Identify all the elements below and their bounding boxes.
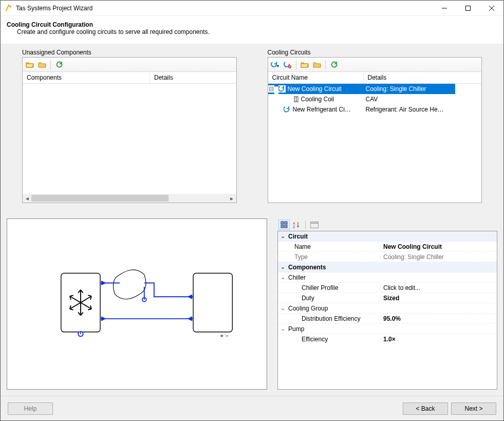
svg-text:▾: ▾ [277, 64, 279, 68]
circuit-diagram[interactable]: + − [7, 218, 267, 390]
svg-rect-38 [311, 222, 319, 223]
next-button[interactable]: Next > [451, 402, 496, 415]
column-circuit-name[interactable]: Circuit Name [268, 72, 364, 83]
back-button[interactable]: < Back [403, 402, 448, 415]
tree-item-label: New Cooling Circuit [286, 85, 344, 93]
folder-open-button[interactable] [300, 60, 310, 70]
tree-item-detail: Refrigerant: Air Source He… [364, 104, 482, 115]
wizard-footer: Help < Back Next > [1, 396, 503, 420]
prop-row-type[interactable]: TypeCooling: Single Chiller [278, 252, 497, 262]
prop-row-pump[interactable]: ⌄Pump [278, 324, 497, 334]
page-subtitle: Create and configure cooling circuits to… [7, 28, 497, 35]
circuits-columns: Circuit Name Details [268, 72, 482, 84]
toolbar-separator [305, 221, 306, 229]
expand-icon[interactable]: ⌄ [278, 274, 287, 281]
page-header: Cooling Circuit Configuration Create and… [1, 16, 503, 44]
refresh-button[interactable] [54, 60, 64, 70]
window-title: Tas Systems Project Wizard [16, 5, 433, 12]
column-components[interactable]: Components [23, 72, 150, 83]
diagram-svg: + − [7, 219, 267, 389]
folder-open-button[interactable] [25, 60, 35, 70]
circuits-label: Cooling Circuits [268, 49, 482, 56]
toolbar-separator [296, 60, 296, 69]
property-grid[interactable]: ⌄Circuit NameNew Cooling Circuit TypeCoo… [277, 231, 497, 390]
help-button[interactable]: Help [8, 402, 53, 415]
tree-row-cooling-coil[interactable]: Cooling Coil CAV [268, 94, 482, 104]
add-circuit-button[interactable]: ▾ [270, 60, 281, 70]
column-details[interactable]: Details [150, 72, 236, 83]
circuits-toolbar: ▾ [268, 58, 482, 72]
app-icon [5, 4, 13, 12]
svg-rect-33 [281, 225, 284, 228]
remove-circuit-button[interactable] [283, 60, 293, 70]
svg-marker-17 [101, 281, 106, 286]
svg-text:A: A [293, 222, 295, 225]
prop-row-duty[interactable]: DutySized [278, 293, 497, 303]
property-pages-button[interactable] [309, 219, 320, 230]
folder-button[interactable] [37, 60, 47, 70]
prop-row-chiller[interactable]: ⌄Chiller [278, 272, 497, 283]
scroll-left-icon[interactable]: ◂ [23, 194, 31, 203]
prop-row-dist-efficiency[interactable]: Distribution Efficiency95.0% [278, 314, 497, 324]
unassigned-list[interactable] [23, 84, 236, 194]
svg-rect-14 [193, 273, 232, 332]
expand-icon[interactable]: ⌄ [278, 264, 287, 270]
prop-row-chiller-profile[interactable]: Chiller ProfileClick to edit... [278, 283, 497, 293]
svg-marker-20 [188, 316, 193, 321]
tree-item-label: Cooling Coil [299, 96, 337, 103]
svg-rect-32 [285, 222, 287, 224]
toolbar-separator [325, 60, 326, 69]
property-toolbar: AZ [277, 218, 497, 231]
toolbar-separator [50, 60, 51, 69]
minimize-button[interactable] [433, 1, 456, 16]
svg-marker-19 [101, 316, 106, 321]
app-window: Tas Systems Project Wizard Cooling Circu… [0, 0, 504, 421]
folder-button[interactable] [312, 60, 322, 70]
expand-icon[interactable]: ⌄ [278, 325, 287, 332]
maximize-button[interactable] [456, 1, 480, 16]
unassigned-toolbar [23, 58, 236, 72]
prop-row-name[interactable]: NameNew Cooling Circuit [278, 242, 497, 252]
unassigned-hscroll[interactable]: ◂ ▸ [23, 194, 236, 203]
content-area: Unassigned Components Components Details [1, 44, 503, 396]
scroll-right-icon[interactable]: ▸ [228, 194, 236, 203]
circuit-icon [278, 85, 286, 93]
svg-marker-18 [188, 294, 193, 299]
tree-row-refrigerant-circuit[interactable]: New Refrigerant Ci… Refrigerant: Air Sou… [268, 104, 482, 115]
tree-item-detail: Cooling: Single Chiller [364, 84, 455, 94]
svg-rect-31 [281, 222, 284, 224]
unassigned-columns: Components Details [23, 72, 236, 84]
svg-rect-2 [466, 6, 471, 10]
svg-text:Z: Z [293, 225, 295, 228]
tree-row-cooling-circuit[interactable]: ⊟ New Cooling Circuit Cooling: Single Ch… [268, 84, 482, 94]
expand-icon[interactable]: ⌄ [278, 305, 287, 312]
titlebar: Tas Systems Project Wizard [1, 1, 503, 16]
component-icon [294, 96, 299, 103]
circuit-icon [284, 106, 291, 113]
tree-item-detail: CAV [364, 94, 482, 104]
prop-row-pump-efficiency[interactable]: Efficiency1.0× [278, 334, 497, 344]
column-circuit-details[interactable]: Details [364, 72, 482, 83]
close-button[interactable] [480, 1, 503, 16]
refresh-button[interactable] [329, 60, 339, 70]
property-panel: AZ ⌄Circuit NameNew Cooling Circuit Type… [277, 218, 497, 390]
alphabetical-button[interactable]: AZ [291, 219, 302, 230]
scroll-thumb[interactable] [31, 195, 169, 202]
prop-category-circuit[interactable]: ⌄Circuit [278, 231, 497, 242]
circuits-panel: Cooling Circuits ▾ Circuit Name Details [268, 49, 482, 203]
prop-category-components[interactable]: ⌄Components [278, 262, 497, 272]
tree-item-label: New Refrigerant Ci… [291, 106, 353, 113]
unassigned-panel: Unassigned Components Components Details [22, 49, 237, 203]
expand-icon[interactable]: ⌄ [278, 233, 287, 240]
unassigned-label: Unassigned Components [22, 49, 237, 56]
prop-row-cooling-group[interactable]: ⌄Cooling Group [278, 303, 497, 314]
svg-point-0 [10, 5, 12, 7]
categorized-button[interactable] [278, 219, 290, 230]
page-title: Cooling Circuit Configuration [7, 21, 497, 28]
svg-rect-34 [285, 225, 287, 228]
circuits-tree[interactable]: ⊟ New Cooling Circuit Cooling: Single Ch… [268, 84, 482, 203]
svg-text:+ −: + − [220, 333, 229, 339]
